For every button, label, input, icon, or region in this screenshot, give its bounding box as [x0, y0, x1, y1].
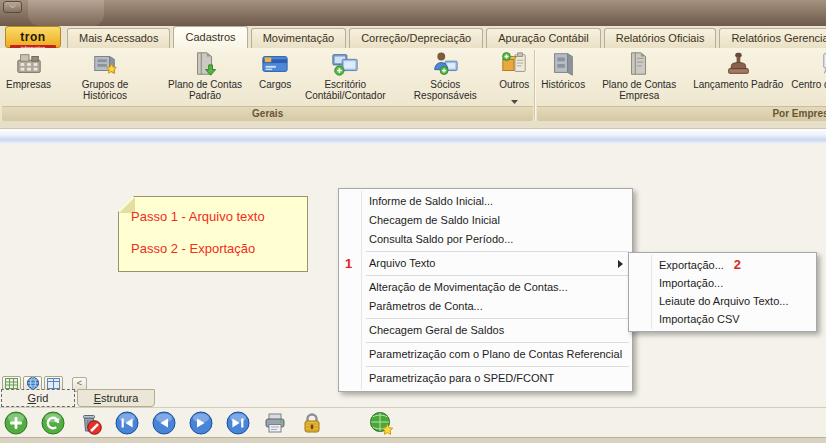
ribbon-button-cargos[interactable]: Cargos [255, 48, 295, 91]
exit-button[interactable] [368, 410, 394, 436]
app-logo-title: tron [20, 30, 45, 44]
menu-item-checagem-de-saldo-inicial[interactable]: Checagem de Saldo Inicial [339, 211, 632, 230]
lock-button[interactable] [299, 410, 325, 436]
submenu-item-label: Importação CSV [659, 313, 740, 325]
ribbon-body: EmpresasGrupos de HistóricosPlano de Con… [0, 48, 826, 121]
bottom-strip [0, 437, 826, 443]
ribbon-button-label: Plano de Contas Empresa [593, 79, 685, 101]
ribbon-button-historicos[interactable]: Históricos [537, 48, 589, 91]
menu-item-parametrizacao-para-o-sped-fcont[interactable]: Parametrização para o SPED/FCONT [339, 369, 632, 388]
menu-item-parametrizacao-com-o-plano-de-contas-referencial[interactable]: Parametrização com o Plano de Contas Ref… [339, 345, 632, 364]
page-tabs: GridEstrutura [0, 389, 155, 407]
first-record-button[interactable] [114, 410, 140, 436]
submenu-item-exportacao[interactable]: Exportação...2 [629, 256, 816, 274]
application-window: ⌵ tron informatica Mais AcessadosCadastr… [0, 0, 826, 443]
box-plus-clipboard-icon [499, 49, 529, 79]
menu-item-label: Informe de Saldo Inicial... [369, 195, 493, 207]
ribbon-button-plano-de-contas-padrao[interactable]: Plano de Contas Padrão [155, 48, 255, 102]
ribbon-button-empresas[interactable]: Empresas [2, 48, 55, 91]
ribbon-button-label: Plano de Contas Padrão [159, 79, 251, 101]
ribbon-group-por-empresa: HistóricosPlano de Contas EmpresaLançame… [537, 48, 826, 121]
ribbon-button-escritorio-contabil-contador[interactable]: Escritório Contábil/Contador [295, 48, 395, 102]
menu-item-informe-de-saldo-inicial[interactable]: Informe de Saldo Inicial... [339, 192, 632, 211]
ribbon-button-centro-de-negocios[interactable]: Centro de Negócios [787, 48, 826, 91]
app-logo[interactable]: tron informatica [5, 26, 61, 48]
ribbon-button-grupos-de-historicos[interactable]: Grupos de Históricos [55, 48, 155, 102]
title-bar: ⌵ [0, 0, 826, 26]
menu-item-label: Checagem Geral de Saldos [369, 324, 504, 336]
page-tab-estrutura[interactable]: Estrutura [77, 389, 155, 407]
ribbon-button-label: Sócios Responsáveis [399, 79, 491, 101]
menu-item-label: Parametrização com o Plano de Contas Ref… [369, 348, 622, 360]
ribbon-button-outros[interactable]: Outros [495, 48, 533, 110]
sticky-note-line-1: Passo 1 - Arquivo texto [131, 209, 265, 224]
tab-relatorios-oficiais[interactable]: Relatórios Oficiais [604, 28, 717, 48]
ribbon-button-label: Empresas [6, 79, 51, 90]
menu-separator [366, 318, 629, 319]
submenu-item-importacao-csv[interactable]: Importação CSV [629, 310, 816, 328]
menu-item-parametros-de-conta[interactable]: Parâmetros de Conta... [339, 297, 632, 316]
tab-apuracao-contabil[interactable]: Apuração Contábil [486, 28, 601, 48]
submenu-item-label: Importação... [659, 277, 723, 289]
ribbon-button-label: Cargos [259, 79, 291, 90]
ribbon-button-socios-responsaveis[interactable]: Sócios Responsáveis [395, 48, 495, 102]
ribbon-button-label: Outros [499, 79, 529, 90]
person-monitor-icon [399, 49, 491, 79]
submenu-item-label: Leiaute do Arquivo Texto... [659, 295, 788, 307]
submenu-item-importacao[interactable]: Importação... [629, 274, 816, 292]
menu-item-alteracao-de-movimentacao-de-contas[interactable]: Alteração de Movimentação de Contas... [339, 278, 632, 297]
add-record-button[interactable] [3, 410, 29, 436]
previous-record-button[interactable] [151, 410, 177, 436]
print-button[interactable] [262, 410, 288, 436]
submenu-item-leiaute-do-arquivo-texto[interactable]: Leiaute do Arquivo Texto... [629, 292, 816, 310]
ribbon-tab-row: tron informatica Mais AcessadosCadastros… [0, 26, 826, 48]
tab-mais-acessados[interactable]: Mais Acessados [67, 28, 170, 48]
menu-item-label: Arquivo Texto [369, 257, 435, 269]
tab-cadastros[interactable]: Cadastros [173, 26, 247, 48]
ribbon-button-label: Históricos [541, 79, 585, 90]
ribbon-group-label: Gerais [2, 106, 533, 121]
context-menu: Informe de Saldo Inicial...Checagem de S… [338, 188, 633, 392]
ribbon-group-label: Por Empresa [537, 106, 826, 121]
next-record-button[interactable] [188, 410, 214, 436]
tab-relatorios-gerenciais[interactable]: Relatórios Gerenciais [719, 28, 826, 48]
binder-icon [593, 49, 685, 79]
toolbar-blue-band [0, 129, 826, 143]
menu-separator [366, 342, 629, 343]
stamp-icon [693, 49, 783, 79]
ribbon-button-label: Grupos de Históricos [59, 79, 151, 101]
sticky-note: Passo 1 - Arquivo texto Passo 2 - Export… [118, 196, 308, 272]
step-badge: 2 [734, 257, 741, 272]
context-submenu: Exportação...2Importação...Leiaute do Ar… [628, 252, 817, 332]
building-icon [6, 49, 51, 79]
ribbon-group-items: HistóricosPlano de Contas EmpresaLançame… [537, 48, 826, 106]
ribbon-group-gerais: EmpresasGrupos de HistóricosPlano de Con… [2, 48, 533, 121]
ribbon-group-items: EmpresasGrupos de HistóricosPlano de Con… [2, 48, 533, 106]
record-navigation-toolbar [0, 407, 826, 438]
titlebar-curve-decoration [28, 0, 104, 26]
menu-item-checagem-geral-de-saldos[interactable]: Checagem Geral de Saldos [339, 321, 632, 340]
board-icon [791, 49, 826, 79]
ribbon-button-label: Escritório Contábil/Contador [299, 79, 391, 101]
archive-star-icon [59, 49, 151, 79]
ribbon-button-lancamento-padrao[interactable]: Lançamento Padrão [689, 48, 787, 91]
page-tab-label: Estrutura [88, 390, 144, 406]
delete-record-button[interactable] [77, 410, 103, 436]
page-tab-grid[interactable]: Grid [1, 389, 75, 407]
ribbon-button-plano-de-contas-empresa[interactable]: Plano de Contas Empresa [589, 48, 689, 102]
quick-access-toolbar-button[interactable]: ⌵ [3, 1, 22, 13]
menu-item-label: Alteração de Movimentação de Contas... [369, 281, 568, 293]
refresh-button[interactable] [40, 410, 66, 436]
menu-item-label: Parametrização para o SPED/FCONT [369, 372, 554, 384]
card-icon [259, 49, 291, 79]
menu-item-label: Checagem de Saldo Inicial [369, 214, 500, 226]
tab-correcao-depreciacao[interactable]: Correção/Depreciação [349, 28, 483, 48]
sticky-note-line-2: Passo 2 - Exportação [131, 241, 255, 256]
submenu-arrow-icon [618, 260, 623, 268]
menu-item-consulta-saldo-por-periodo[interactable]: Consulta Saldo por Período... [339, 230, 632, 249]
cabinet-icon [541, 49, 585, 79]
tab-movimentacao[interactable]: Movimentação [251, 28, 347, 48]
last-record-button[interactable] [225, 410, 251, 436]
menu-item-arquivo-texto[interactable]: 1Arquivo Texto [339, 254, 632, 273]
menu-separator [366, 275, 629, 276]
